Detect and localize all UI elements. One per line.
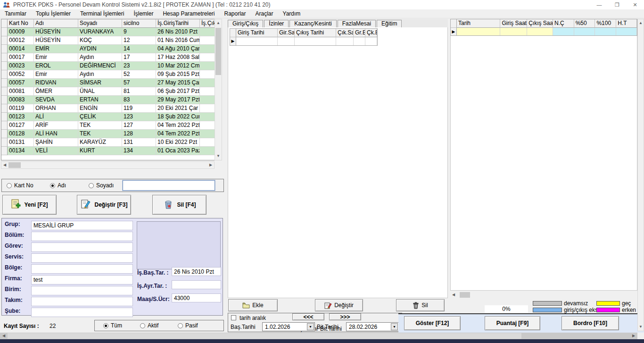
- puantaj-button[interactable]: Puantaj [F9]: [485, 316, 540, 330]
- radio-soyadi[interactable]: Soyadı: [89, 182, 120, 189]
- column-header[interactable]: İş.Çıkış: [200, 19, 215, 28]
- scroll-up-icon[interactable]: ▲: [638, 20, 644, 26]
- table-row[interactable]: 00081 ÖMER ÜNAL 81 06 Şub 2017 Pzt: [1, 87, 215, 96]
- ekle-button[interactable]: Ekle: [228, 299, 278, 311]
- form-input[interactable]: [31, 297, 133, 306]
- column-header[interactable]: Çıkış Saati: [527, 19, 553, 28]
- bas-tarihi-combo[interactable]: 1.02.2026 ▼: [262, 322, 315, 331]
- table-row[interactable]: [451, 28, 637, 36]
- form-input[interactable]: [31, 253, 133, 263]
- form-input[interactable]: [31, 243, 133, 252]
- is-ayr-tar-input[interactable]: [172, 280, 221, 289]
- scroll-down-icon[interactable]: ▼: [215, 153, 222, 159]
- table-row[interactable]: 00127 ARİF TEK 127 04 Tem 2022 Pzt: [1, 121, 215, 130]
- detail-degistir-button[interactable]: Değiştir: [315, 299, 363, 311]
- personnel-grid-vscrollbar[interactable]: ▲ ▼: [215, 19, 222, 160]
- window-hscrollbar[interactable]: ◀ ▶: [0, 333, 637, 339]
- table-row[interactable]: 00119 ORHAN ENGİN 119 20 Eki 2021 Çar: [1, 104, 215, 113]
- column-header[interactable]: %50: [574, 19, 595, 28]
- table-row[interactable]: 00057 RIDVAN SİMSAR 57 27 May 2015 Çar: [1, 79, 215, 87]
- radio-kart-no[interactable]: Kart No: [7, 182, 50, 189]
- scroll-left-icon[interactable]: ◀: [1, 333, 7, 339]
- column-header[interactable]: Soyadı: [78, 19, 122, 28]
- column-header[interactable]: Çk.E: [365, 29, 377, 37]
- tab[interactable]: İzinler: [264, 20, 289, 27]
- table-row[interactable]: 00083 SEVDA ERTAN 83 29 May 2017 Pzt: [1, 96, 215, 104]
- column-header[interactable]: H.T: [616, 19, 637, 28]
- menu-item[interactable]: Raporlar: [219, 9, 250, 18]
- radio-adi[interactable]: Adı: [50, 182, 89, 189]
- column-header[interactable]: N.Ç: [553, 19, 574, 28]
- tab[interactable]: Giriş/Çıkış: [228, 20, 263, 27]
- menu-item[interactable]: Terminal İşlemleri: [75, 9, 129, 18]
- column-header[interactable]: Giriş Tarihi: [236, 29, 278, 37]
- menu-item[interactable]: Araçlar: [251, 9, 278, 18]
- maximize-button[interactable]: ❐: [608, 0, 626, 9]
- column-header[interactable]: %100: [595, 19, 616, 28]
- column-header[interactable]: Kart No: [8, 19, 34, 28]
- column-header[interactable]: Çık.Saati: [336, 29, 354, 37]
- tab[interactable]: Eğitim: [377, 20, 402, 27]
- menu-item[interactable]: Toplu İşlemler: [31, 9, 75, 18]
- form-input[interactable]: [31, 308, 133, 317]
- menu-item[interactable]: Tanımlar: [0, 9, 31, 18]
- radio-pasif[interactable]: Pasif: [178, 322, 198, 329]
- dropdown-arrow-icon[interactable]: ▼: [391, 323, 398, 330]
- scroll-down-icon[interactable]: ▼: [638, 324, 644, 330]
- column-header[interactable]: Adı: [34, 19, 78, 28]
- menu-item[interactable]: Hesap Parametreleri: [158, 9, 219, 18]
- column-header[interactable]: Çıkış Tarihi: [295, 29, 336, 37]
- column-header[interactable]: Tarih: [457, 19, 501, 28]
- scroll-right-icon[interactable]: ▶: [208, 162, 214, 168]
- close-button[interactable]: ✕: [626, 0, 644, 9]
- table-row[interactable]: 00017 Emir Aydın 17 17 Haz 2008 Sal: [1, 53, 215, 62]
- goster-button[interactable]: Göster [F12]: [404, 316, 461, 330]
- prev-range-button[interactable]: <<<: [292, 313, 324, 320]
- bit-tarihi-combo[interactable]: 28.02.2026 ▼: [346, 322, 399, 331]
- scroll-left-icon[interactable]: ◀: [2, 162, 8, 168]
- tab[interactable]: Kazanç/Kesinti: [289, 20, 336, 27]
- attendance-vscrollbar[interactable]: ▲ ▼: [637, 19, 644, 331]
- scroll-thumb[interactable]: [8, 333, 521, 339]
- maas-input[interactable]: 43000: [172, 293, 221, 302]
- scroll-up-icon[interactable]: ▲: [215, 20, 222, 26]
- menu-item[interactable]: Yardım: [278, 9, 305, 18]
- scroll-thumb[interactable]: [8, 162, 21, 168]
- search-input[interactable]: [123, 180, 215, 191]
- form-input[interactable]: [31, 286, 133, 295]
- table-row[interactable]: 00123 ALİ ÇELİK 123 18 Şub 2022 Cum: [1, 113, 215, 121]
- table-row[interactable]: 00131 ŞAHİN KARAYÜZ 131 10 Eki 2022 Pzt: [1, 138, 215, 147]
- yeni-button[interactable]: Yeni [F2]: [2, 195, 57, 215]
- scroll-left-icon[interactable]: ◀: [451, 292, 456, 298]
- attendance-hscrollbar[interactable]: ◀: [450, 292, 637, 298]
- scroll-thumb[interactable]: [460, 292, 470, 298]
- form-input[interactable]: [31, 232, 133, 241]
- tab[interactable]: FazlaMesai: [338, 20, 376, 27]
- radio-tum[interactable]: Tüm: [103, 322, 140, 329]
- next-range-button[interactable]: >>>: [329, 313, 361, 320]
- degistir-button[interactable]: Değiştir [F3]: [77, 195, 131, 215]
- table-row[interactable]: 00023 EROL DEĞİRMENCİ 23 10 Mar 2012 Cmt: [1, 62, 215, 70]
- detail-sil-button[interactable]: Sil: [396, 299, 445, 311]
- column-header[interactable]: sicilno: [122, 19, 156, 28]
- form-input[interactable]: MESAİLİ GRUP: [31, 221, 133, 230]
- table-row[interactable]: [230, 37, 377, 46]
- scroll-thumb[interactable]: [215, 28, 221, 75]
- bordro-button[interactable]: Bordro [F10]: [561, 316, 619, 330]
- column-header[interactable]: Gir.Saati: [278, 29, 295, 37]
- scroll-right-icon[interactable]: ▶: [631, 333, 636, 339]
- radio-aktif[interactable]: Aktif: [140, 322, 178, 329]
- table-row[interactable]: 00014 EMİR AYDIN 14 04 Ağu 2010 Çar: [1, 45, 215, 53]
- table-row[interactable]: 00052 Emir Aydın 52 09 Şub 2015 Pzt: [1, 70, 215, 79]
- personnel-grid-hscrollbar[interactable]: ◀ ▶: [1, 161, 215, 169]
- table-row[interactable]: 00012 HÜSEYİN KOÇ 12 01 Nis 2016 Cum: [1, 36, 215, 45]
- column-header[interactable]: İş.GirişTarihi: [156, 19, 200, 28]
- table-row[interactable]: 00128 ALİ HAN TEK 128 04 Tem 2022 Pzt: [1, 130, 215, 138]
- minimize-button[interactable]: —: [590, 0, 608, 9]
- menu-item[interactable]: İşlemler: [129, 9, 158, 18]
- is-bas-tar-input[interactable]: 26 Nis 2010 Pzt: [172, 267, 221, 276]
- column-header[interactable]: Giriş Saati: [500, 19, 527, 28]
- table-row[interactable]: 00134 VELİ KURT 134 01 Oca 2023 Paz: [1, 147, 215, 155]
- column-header[interactable]: Gr.E: [354, 29, 365, 37]
- form-input[interactable]: [31, 264, 133, 274]
